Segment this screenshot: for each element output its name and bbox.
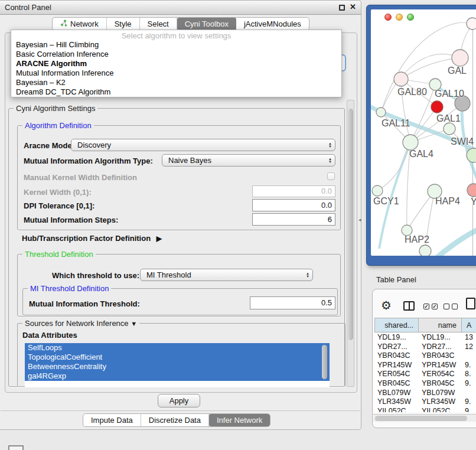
attribute-item-selected[interactable]: gal4RGexp: [25, 371, 330, 381]
table-row[interactable]: YLR345WYLR345W9.: [374, 397, 476, 407]
column-header-shared-name[interactable]: shared...: [374, 318, 419, 332]
unchecked-checkbox-icon[interactable]: [444, 304, 449, 309]
network-node[interactable]: [467, 18, 476, 30]
attribute-item-selected[interactable]: TopologicalCoefficient: [25, 353, 330, 362]
top-tabbar: Network Style Select Cyni Toolbox jActiv…: [52, 17, 309, 31]
table-row[interactable]: YPR145WYPR145W9.: [374, 361, 476, 370]
algorithm-definition-group: Algorithm Definition Aracne Mode: Discov…: [17, 125, 341, 230]
network-node[interactable]: [419, 245, 431, 256]
node-label-hap4: HAP4: [435, 196, 460, 207]
tab-select[interactable]: Select: [140, 18, 177, 30]
attributes-scrollbar-thumb[interactable]: [322, 345, 327, 379]
algorithm-definition-legend: Algorithm Definition: [22, 121, 94, 130]
tab-infer-network[interactable]: Infer Network: [209, 414, 270, 426]
tab-impute-data[interactable]: Impute Data: [83, 414, 141, 426]
data-attributes-list: SelfLoops TopologicalCoefficient Between…: [25, 343, 330, 387]
float-window-icon[interactable]: [339, 5, 345, 11]
apply-button[interactable]: Apply: [158, 394, 200, 407]
table-row[interactable]: YBL079WYBL079W: [374, 389, 476, 398]
network-node-y-cut[interactable]: [467, 184, 476, 197]
network-node-gal4[interactable]: [403, 135, 418, 150]
bottom-tabbar: Impute Data Discretize Data Infer Networ…: [83, 413, 270, 427]
settings-scrollbar[interactable]: [347, 100, 354, 387]
control-panel-title: Control Panel: [5, 3, 51, 12]
manual-kernel-width-checkbox[interactable]: [327, 172, 335, 180]
mi-threshold-field[interactable]: 0.5: [250, 296, 335, 309]
mi-algorithm-type-label: Mutual Information Algorithm Type:: [24, 156, 153, 165]
mi-threshold-definition-legend: MI Threshold Definition: [28, 284, 111, 293]
node-label-y-cut: Y: [471, 197, 476, 207]
table-row[interactable]: YBR045CYBR045C9.: [374, 379, 476, 389]
network-node-gal11[interactable]: [376, 107, 386, 117]
mi-steps-field[interactable]: 6: [252, 213, 335, 226]
splitter-collapse-icon[interactable]: ◂: [358, 217, 361, 223]
dropdown-item-selected[interactable]: ARACNE Algorithm: [11, 59, 341, 69]
threshold-definition-legend: Threshold Definition: [22, 250, 96, 259]
network-canvas[interactable]: GAL GAL80 GAL10 GAL11 GAL1 GAL4 SWI4 GCY…: [371, 9, 476, 256]
which-threshold-label: Which threshold to use:: [52, 271, 139, 280]
gear-icon[interactable]: ⚙: [381, 299, 392, 311]
node-label-gal11: GAL11: [382, 118, 410, 129]
node-label-swi4: SWI4: [451, 136, 474, 147]
dpi-tolerance-label: DPI Tolerance [0,1]:: [24, 201, 94, 210]
node-label-gal1: GAL1: [436, 113, 461, 124]
tab-discretize-data[interactable]: Discretize Data: [141, 414, 209, 426]
expand-right-icon[interactable]: ▶: [157, 234, 162, 243]
dropdown-item[interactable]: Bayesian – Hill Climbing: [11, 40, 341, 50]
network-node-gal1[interactable]: [444, 123, 455, 135]
attribute-item-selected[interactable]: BetweennessCentrality: [25, 362, 330, 371]
aracne-mode-combo[interactable]: Discovery ▲▼: [71, 139, 335, 151]
dropdown-item[interactable]: Basic Correlation Inference: [11, 50, 341, 59]
kernel-width-label: Kernel Width (0,1):: [24, 188, 92, 197]
table-row[interactable]: YDR27...YDR27...12: [374, 343, 476, 352]
table-row[interactable]: YIL052CYIL052C9: [374, 407, 476, 412]
network-node-gcy1[interactable]: [372, 185, 383, 196]
cyni-settings-legend: Cyni Algorithm Settings: [14, 104, 97, 113]
attribute-item-selected[interactable]: SelfLoops: [25, 343, 330, 353]
which-threshold-combo[interactable]: MI Threshold ▲▼: [140, 269, 313, 281]
checked-checkbox-icon[interactable]: ✓: [423, 304, 429, 309]
sources-legend[interactable]: Sources for Network Inference ▼: [22, 319, 139, 328]
tab-style[interactable]: Style: [107, 18, 140, 30]
network-view-window[interactable]: GAL GAL80 GAL10 GAL11 GAL1 GAL4 SWI4 GCY…: [366, 5, 476, 266]
sources-group: Sources for Network Inference ▼ Data Att…: [17, 323, 345, 387]
table-body: YDL19...YDL19...13 YDR27...YDR27...12 YB…: [374, 333, 476, 412]
dropdown-item[interactable]: Bayesian – K2: [11, 78, 341, 87]
tab-network[interactable]: Network: [53, 18, 107, 30]
threshold-definition-group: Threshold Definition Which threshold to …: [17, 254, 341, 317]
algorithm-dropdown-list: Select algorithm to view settings Bayesi…: [11, 30, 342, 97]
checked-checkbox-icon[interactable]: ✓: [432, 304, 438, 309]
dropdown-item[interactable]: Mutual Information Inference: [11, 69, 341, 78]
mi-algorithm-type-combo[interactable]: Naive Bayes ▲▼: [162, 154, 335, 167]
table-hscrollbar[interactable]: [373, 414, 476, 422]
column-header-name[interactable]: name: [418, 318, 462, 332]
node-label-gal80: GAL80: [397, 87, 427, 97]
collapse-down-icon[interactable]: ▼: [131, 320, 137, 327]
node-label-gcy1: GCY1: [373, 196, 399, 207]
tab-jactivemnodules[interactable]: jActiveMNodules: [236, 18, 309, 30]
table-row[interactable]: YER054CYER054C8.: [374, 370, 476, 379]
settings-scrollbar-thumb[interactable]: [348, 109, 353, 340]
column-header-cut[interactable]: A: [461, 318, 476, 332]
export-table-icon[interactable]: [466, 298, 475, 309]
cyni-algorithm-settings-group: Cyni Algorithm Settings Algorithm Defini…: [8, 108, 345, 387]
control-panel-titlebar[interactable]: Control Panel ✕: [0, 1, 361, 15]
dropdown-prompt: Select algorithm to view settings: [11, 31, 341, 40]
tab-cyni-toolbox[interactable]: Cyni Toolbox: [177, 18, 236, 30]
dpi-tolerance-field[interactable]: 0.0: [252, 199, 335, 211]
table-row[interactable]: YDL19...YDL19...13: [374, 333, 476, 343]
dropdown-item[interactable]: Dream8 DC_TDC Algorithm: [11, 87, 341, 97]
network-node-selected-red[interactable]: [431, 101, 443, 113]
kernel-width-field[interactable]: 0.0: [252, 185, 335, 197]
table-row[interactable]: YBR043CYBR043C: [374, 351, 476, 361]
network-node-gal-cut[interactable]: [452, 50, 468, 66]
node-label-gal10: GAL10: [435, 89, 464, 99]
column-layout-icon[interactable]: [403, 301, 415, 311]
close-icon[interactable]: ✕: [350, 2, 356, 11]
table-hscrollbar-thumb[interactable]: [375, 416, 467, 421]
network-node-gal80[interactable]: [394, 72, 408, 86]
combo-arrows-icon: ▲▼: [328, 140, 332, 150]
hub-definition-toggle[interactable]: Hub/Transcription Factor Definition ▶: [22, 234, 162, 243]
minimized-panel-icon[interactable]: [8, 445, 24, 450]
unchecked-checkbox-icon[interactable]: [452, 304, 458, 309]
